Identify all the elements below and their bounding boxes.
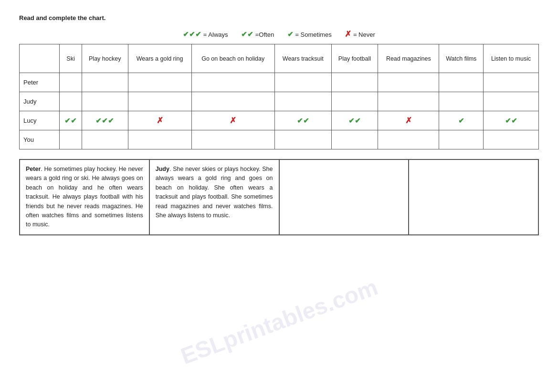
table-cell: ✔✔ bbox=[331, 111, 378, 130]
text-box-0: Peter. He sometimes play hockey. He neve… bbox=[20, 159, 149, 235]
table-row: Peter bbox=[20, 73, 539, 92]
table-cell bbox=[484, 73, 539, 92]
legend-sometimes: ✔ = Sometimes bbox=[287, 30, 332, 39]
table-cell: ✔✔ bbox=[60, 111, 82, 130]
table-cell bbox=[191, 92, 274, 111]
table-cell bbox=[60, 130, 82, 149]
table-cell bbox=[82, 130, 128, 149]
table-cell: ✔ bbox=[439, 111, 484, 130]
never-label: = Never bbox=[353, 31, 375, 38]
sometimes-label: = Sometimes bbox=[295, 31, 331, 38]
row-name-lucy: Lucy bbox=[20, 111, 60, 130]
table-cell bbox=[439, 130, 484, 149]
activity-table: Ski Play hockey Wears a gold ring Go on … bbox=[19, 44, 539, 149]
table-cell bbox=[128, 92, 191, 111]
table-cell: ✔✔ bbox=[484, 111, 539, 130]
table-cell bbox=[128, 73, 191, 92]
sometimes-symbol: ✔ bbox=[287, 30, 294, 38]
always-label: = Always bbox=[203, 31, 228, 38]
col-header-magazines: Read magazines bbox=[378, 44, 439, 73]
table-header-row: Ski Play hockey Wears a gold ring Go on … bbox=[20, 44, 539, 73]
table-cell bbox=[191, 73, 274, 92]
table-cell bbox=[331, 92, 378, 111]
often-label: =Often bbox=[255, 31, 274, 38]
legend-never: ✗ = Never bbox=[345, 29, 375, 39]
table-cell bbox=[82, 92, 128, 111]
table-cell bbox=[378, 130, 439, 149]
table-cell: ✗ bbox=[128, 111, 191, 130]
table-cell: ✔✔ bbox=[274, 111, 331, 130]
table-cell bbox=[378, 73, 439, 92]
table-row: Judy bbox=[20, 92, 539, 111]
table-cell bbox=[128, 130, 191, 149]
table-cell bbox=[191, 130, 274, 149]
table-cell bbox=[378, 92, 439, 111]
legend-bar: ✔✔✔ = Always ✔✔ =Often ✔ = Sometimes ✗ =… bbox=[19, 29, 539, 39]
table-cell bbox=[274, 73, 331, 92]
col-header-gold-ring: Wears a gold ring bbox=[128, 44, 191, 73]
text-box-2 bbox=[279, 159, 409, 235]
col-header-music: Listen to music bbox=[484, 44, 539, 73]
table-cell: ✔✔✔ bbox=[82, 111, 128, 130]
table-cell bbox=[484, 130, 539, 149]
text-box-3 bbox=[409, 159, 538, 235]
instruction-text: Read and complete the chart. bbox=[19, 14, 539, 21]
never-symbol: ✗ bbox=[345, 30, 351, 39]
col-header-films: Watch films bbox=[439, 44, 484, 73]
table-cell bbox=[60, 92, 82, 111]
row-name-you: You bbox=[20, 130, 60, 149]
table-cell bbox=[82, 73, 128, 92]
legend-often: ✔✔ =Often bbox=[241, 30, 274, 39]
row-name-judy: Judy bbox=[20, 92, 60, 111]
table-cell bbox=[274, 92, 331, 111]
col-header-name bbox=[20, 44, 60, 73]
text-box-1: Judy. She never skies or plays hockey. S… bbox=[149, 159, 279, 235]
table-cell bbox=[484, 92, 539, 111]
col-header-beach: Go on beach on holiday bbox=[191, 44, 274, 73]
table-cell bbox=[439, 73, 484, 92]
col-header-ski: Ski bbox=[60, 44, 82, 73]
table-cell bbox=[439, 92, 484, 111]
table-row: You bbox=[20, 130, 539, 149]
table-cell bbox=[331, 73, 378, 92]
table-cell: ✗ bbox=[378, 111, 439, 130]
legend-always: ✔✔✔ = Always bbox=[183, 30, 228, 39]
table-cell: ✗ bbox=[191, 111, 274, 130]
col-header-tracksuit: Wears tracksuit bbox=[274, 44, 331, 73]
table-cell bbox=[60, 73, 82, 92]
col-header-football: Play football bbox=[331, 44, 378, 73]
table-cell bbox=[274, 130, 331, 149]
table-cell bbox=[331, 130, 378, 149]
row-name-peter: Peter bbox=[20, 73, 60, 92]
text-section: Peter. He sometimes play hockey. He neve… bbox=[19, 159, 539, 235]
always-symbol: ✔✔✔ bbox=[183, 30, 201, 38]
watermark: ESLprintables.com bbox=[177, 274, 381, 369]
often-symbol: ✔✔ bbox=[241, 30, 253, 38]
table-row: Lucy✔✔✔✔✔✗✗✔✔✔✔✗✔✔✔ bbox=[20, 111, 539, 130]
col-header-play-hockey: Play hockey bbox=[82, 44, 128, 73]
